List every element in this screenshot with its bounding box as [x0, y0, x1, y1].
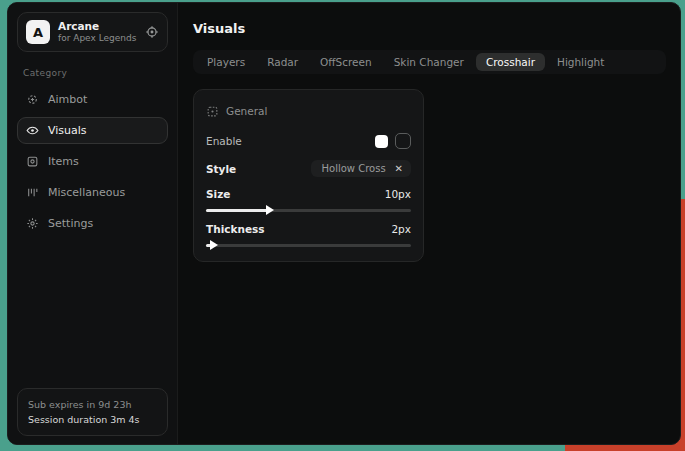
enable-color-swatch[interactable]	[375, 135, 388, 148]
panel-header: General	[206, 100, 411, 122]
tab-offscreen[interactable]: OffScreen	[310, 53, 382, 71]
main-content: Visuals PlayersRadarOffScreenSkin Change…	[178, 3, 680, 444]
sidebar-item-visuals[interactable]: Visuals	[17, 117, 168, 144]
subscription-card: Sub expires in 9d 23h Session duration 3…	[17, 388, 168, 436]
tab-players[interactable]: Players	[197, 53, 255, 71]
size-slider[interactable]	[206, 209, 411, 212]
thickness-value: 2px	[391, 223, 411, 235]
tab-highlight[interactable]: Highlight	[547, 53, 614, 71]
general-panel: General Enable Style Hollow Cross ✕ Size…	[193, 89, 424, 262]
page-title: Visuals	[193, 21, 666, 36]
sidebar-item-label: Visuals	[48, 124, 87, 137]
style-label: Style	[206, 163, 236, 175]
grid-icon	[26, 186, 39, 199]
target-icon[interactable]	[145, 25, 159, 39]
app-name: Arcane	[58, 20, 137, 33]
panel-title: General	[226, 105, 267, 117]
style-row: Style Hollow Cross ✕	[206, 160, 411, 177]
thickness-slider-thumb[interactable]	[210, 240, 218, 250]
eye-icon	[26, 124, 39, 137]
enable-label: Enable	[206, 135, 242, 147]
sidebar-item-settings[interactable]: Settings	[17, 210, 168, 237]
thickness-slider[interactable]	[206, 244, 411, 247]
gear-icon	[26, 217, 39, 230]
crosshair-icon	[26, 93, 39, 106]
category-label: Category	[23, 68, 168, 78]
sidebar-item-label: Settings	[48, 217, 93, 230]
sub-expires-text: Sub expires in 9d 23h	[28, 397, 157, 412]
thickness-row: Thickness 2px	[206, 223, 411, 235]
profile-card[interactable]: A Arcane for Apex Legends	[17, 12, 168, 52]
box-icon	[26, 155, 39, 168]
tab-crosshair[interactable]: Crosshair	[476, 53, 545, 71]
enable-row: Enable	[206, 133, 411, 149]
session-duration-text: Session duration 3m 4s	[28, 412, 157, 427]
thickness-label: Thickness	[206, 223, 265, 235]
tab-radar[interactable]: Radar	[257, 53, 308, 71]
sidebar-item-aimbot[interactable]: Aimbot	[17, 86, 168, 113]
sidebar-item-label: Miscellaneous	[48, 186, 125, 199]
sidebar-item-items[interactable]: Items	[17, 148, 168, 175]
sidebar-item-label: Items	[48, 155, 79, 168]
size-value: 10px	[385, 188, 411, 200]
sidebar-item-label: Aimbot	[48, 93, 87, 106]
sidebar-nav: AimbotVisualsItemsMiscellaneousSettings	[17, 86, 168, 237]
general-crosshair-icon	[206, 105, 219, 118]
tab-bar: PlayersRadarOffScreenSkin ChangerCrossha…	[193, 50, 666, 74]
size-slider-thumb[interactable]	[266, 205, 274, 215]
app-window: A Arcane for Apex Legends Category Aimbo…	[7, 2, 681, 445]
enable-controls	[375, 133, 411, 149]
style-select[interactable]: Hollow Cross ✕	[311, 160, 411, 177]
size-slider-fill	[206, 209, 268, 212]
profile-text: Arcane for Apex Legends	[58, 20, 137, 44]
clear-style-icon[interactable]: ✕	[395, 163, 403, 174]
style-value: Hollow Cross	[322, 163, 386, 174]
app-logo: A	[26, 20, 50, 44]
app-subtitle: for Apex Legends	[58, 33, 137, 44]
sidebar: A Arcane for Apex Legends Category Aimbo…	[8, 3, 178, 444]
enable-checkbox[interactable]	[395, 133, 411, 149]
size-row: Size 10px	[206, 188, 411, 200]
tab-skin-changer[interactable]: Skin Changer	[384, 53, 474, 71]
size-label: Size	[206, 188, 230, 200]
sidebar-spacer	[17, 237, 168, 387]
sidebar-item-miscellaneous[interactable]: Miscellaneous	[17, 179, 168, 206]
